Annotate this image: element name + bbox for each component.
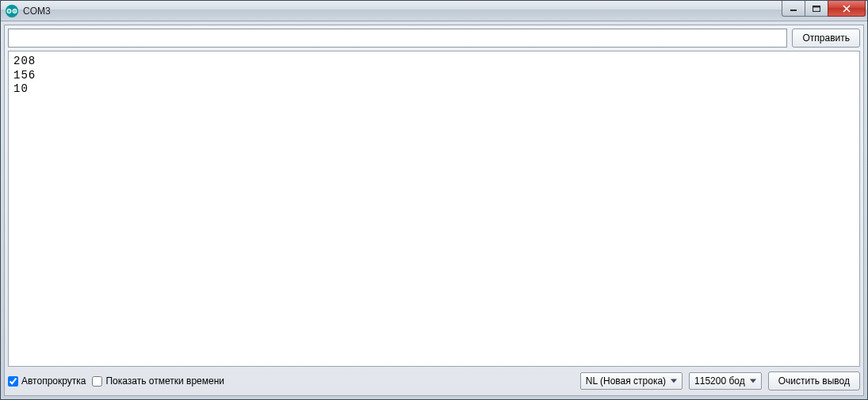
baud-rate-select[interactable]: 115200 бод: [689, 372, 762, 390]
line-ending-value: NL (Новая строка): [586, 375, 666, 387]
timestamp-label: Показать отметки времени: [105, 375, 224, 387]
baud-rate-value: 115200 бод: [694, 375, 745, 387]
autoscroll-input[interactable]: [8, 376, 18, 387]
svg-rect-7: [813, 6, 820, 7]
svg-rect-5: [790, 10, 797, 11]
close-icon: [842, 5, 851, 13]
chevron-down-icon: [750, 379, 756, 383]
minimize-button[interactable]: [782, 1, 805, 17]
line-ending-select[interactable]: NL (Новая строка): [580, 372, 683, 390]
close-button[interactable]: [828, 1, 866, 17]
output-area[interactable]: 208 156 10: [8, 51, 860, 367]
autoscroll-label: Автопрокрутка: [21, 375, 86, 387]
timestamp-checkbox[interactable]: Показать отметки времени: [92, 375, 224, 387]
send-button[interactable]: Отправить: [792, 29, 860, 48]
autoscroll-checkbox[interactable]: Автопрокрутка: [8, 375, 86, 387]
window-title: COM3: [23, 6, 51, 17]
send-input[interactable]: [8, 29, 787, 48]
send-row: Отправить: [8, 29, 860, 48]
chevron-down-icon: [671, 379, 677, 383]
maximize-icon: [813, 6, 820, 12]
arduino-icon: [6, 5, 18, 17]
serial-monitor-window: COM3 Отправить 208 156 10 Автопрокрутка: [0, 0, 868, 400]
maximize-button[interactable]: [805, 1, 828, 17]
client-area: Отправить 208 156 10 Автопрокрутка Показ…: [4, 25, 864, 396]
titlebar[interactable]: COM3: [1, 1, 867, 21]
clear-output-button[interactable]: Очистить вывод: [768, 371, 860, 390]
timestamp-input[interactable]: [92, 376, 102, 387]
window-controls: [782, 1, 866, 17]
bottom-toolbar: Автопрокрутка Показать отметки времени N…: [8, 370, 860, 392]
minimize-icon: [790, 6, 797, 12]
